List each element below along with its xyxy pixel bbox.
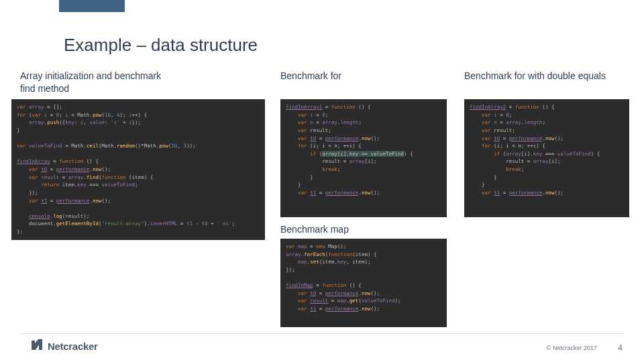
code-block-map: var map = new Map(); array.forEach(funct… (280, 239, 447, 327)
footer-divider (20, 333, 624, 334)
column-heading-4: Benchmark map (280, 223, 415, 236)
code-block-for-loose: findInArray1 = function () { var i = 0; … (280, 99, 447, 217)
slide-title: Example – data structure (64, 35, 258, 56)
slide-accent-bar (59, 0, 125, 12)
page-number: 4 (618, 343, 623, 353)
column-heading-1: Array initialization and benchmark find … (20, 70, 168, 95)
copyright-text: © Netcracker 2017 (547, 345, 597, 351)
code-block-array-init: var array = []; for (var i = 0; i < Math… (11, 99, 265, 240)
column-heading-3: Benchmark for with double equals (464, 70, 612, 82)
code-block-for-strict: findInArray2 = function () { var i = 0; … (464, 99, 629, 217)
logo-icon (30, 338, 44, 354)
column-heading-2: Benchmark for (280, 70, 415, 82)
logo-text: Netcracker (48, 341, 98, 352)
brand-logo: Netcracker (30, 338, 98, 354)
